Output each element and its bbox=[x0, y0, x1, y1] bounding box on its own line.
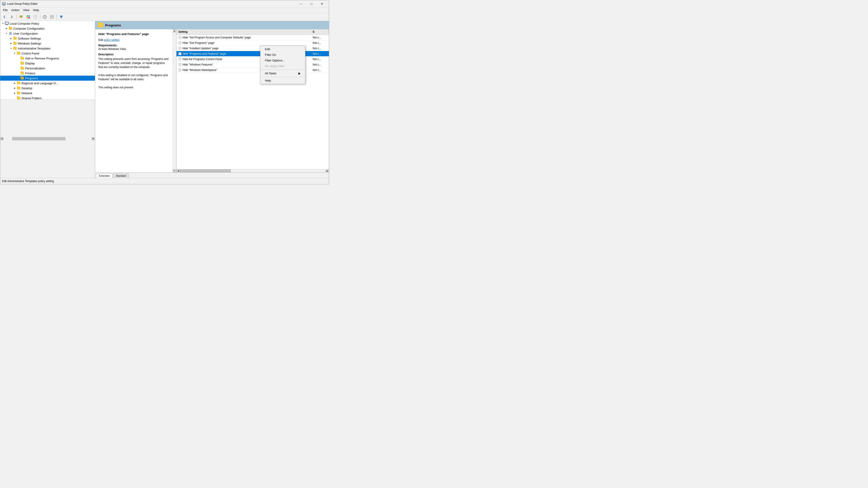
close-button[interactable]: ✕ bbox=[317, 0, 327, 7]
tree-item-admin-templates[interactable]: ▼ Administrative Templates bbox=[0, 46, 95, 51]
list-hscroll-left[interactable]: ◀ bbox=[177, 169, 180, 173]
status-cell-5: Not c... bbox=[311, 58, 329, 61]
expander-comp-config[interactable]: ▶ bbox=[5, 27, 8, 30]
folder-icon-network bbox=[17, 91, 21, 95]
expander-user-config[interactable]: ▼ bbox=[5, 32, 8, 35]
expander-admin-templates[interactable]: ▼ bbox=[9, 46, 13, 50]
tree-scroll[interactable]: ▼ Local Computer Policy ▶ bbox=[0, 21, 95, 99]
tree-hscroll[interactable]: ◀ ▶ bbox=[0, 99, 95, 178]
requirements-value: At least Windows Vista bbox=[98, 47, 173, 51]
svg-rect-6 bbox=[29, 15, 30, 17]
expander-local[interactable]: ▼ bbox=[1, 22, 5, 25]
list-item[interactable]: Hide "Set Program Access and Computer De… bbox=[177, 35, 329, 40]
up-button[interactable] bbox=[18, 14, 24, 20]
tree-item-programs[interactable]: Programs bbox=[0, 76, 95, 80]
col-header-status[interactable]: S bbox=[311, 29, 329, 35]
app-icon bbox=[2, 2, 6, 6]
col-header-setting[interactable]: Setting bbox=[177, 29, 311, 35]
desc-scrollbar[interactable]: ▲ ▼ bbox=[173, 29, 176, 172]
export-button[interactable] bbox=[32, 14, 39, 20]
tree-label-programs: Programs bbox=[25, 76, 38, 80]
maximize-button[interactable]: □ bbox=[306, 0, 317, 7]
folder-icon-control-panel bbox=[17, 51, 21, 55]
status-cell-4: Not c... bbox=[311, 52, 329, 55]
back-button[interactable] bbox=[1, 14, 8, 20]
tree-label-user-configuration: User Configuration bbox=[13, 32, 38, 35]
tree-item-control-panel[interactable]: ▼ Control Panel bbox=[0, 51, 95, 56]
folder-icon-personalization bbox=[20, 66, 24, 70]
menu-help[interactable]: Help bbox=[31, 8, 41, 12]
svg-rect-19 bbox=[5, 22, 8, 24]
list-hscroll-right[interactable]: ▶ bbox=[326, 169, 329, 173]
ctx-help[interactable]: Help bbox=[260, 78, 305, 84]
svg-rect-3 bbox=[3, 5, 5, 5]
minimize-button[interactable]: ─ bbox=[296, 0, 306, 7]
description-pane: ▲ ▼ Hide "Programs and Features" page Ed… bbox=[95, 29, 177, 172]
tree-item-user-configuration[interactable]: ▼ User Configuration bbox=[0, 31, 95, 36]
filter-button[interactable] bbox=[58, 14, 65, 20]
ctx-filter-on[interactable]: Filter On bbox=[260, 52, 305, 58]
list-item[interactable]: Hide "Get Programs" page Not c... bbox=[177, 40, 329, 46]
panel-header-title: Programs bbox=[105, 23, 121, 27]
forward-button[interactable] bbox=[8, 14, 15, 20]
bottom-tabs: Extended Standard bbox=[95, 172, 329, 178]
expander-network[interactable]: ▶ bbox=[13, 91, 17, 95]
tree-item-shared-folders[interactable]: Shared Folders bbox=[0, 96, 95, 99]
folder-icon-win-settings bbox=[13, 41, 17, 45]
tree-hscroll-right[interactable]: ▶ bbox=[92, 137, 95, 140]
tree-label-add-remove: Add or Remove Programs bbox=[25, 57, 59, 60]
folder-icon-software bbox=[13, 36, 17, 40]
desc-scroll-up-arrow[interactable]: ▲ bbox=[173, 29, 176, 33]
tree-item-personalization[interactable]: Personalization bbox=[0, 66, 95, 71]
expander-software[interactable]: ▶ bbox=[9, 37, 13, 40]
tree-label-windows-settings: Windows Settings bbox=[18, 42, 41, 45]
tree-item-computer-configuration[interactable]: ▶ Computer Configuration bbox=[0, 26, 95, 31]
help-button[interactable]: ? bbox=[41, 14, 48, 20]
menu-file[interactable]: File bbox=[1, 8, 9, 12]
tab-standard[interactable]: Standard bbox=[113, 173, 129, 178]
policy-setting-link[interactable]: policy setting bbox=[104, 38, 119, 41]
list-item[interactable]: Hide "Windows Marketplace" Not c... bbox=[177, 67, 329, 73]
expander-win-settings[interactable]: ▶ bbox=[9, 41, 13, 45]
tree-item-local-computer-policy[interactable]: ▼ Local Computer Policy bbox=[0, 21, 95, 26]
list-body: Hide "Set Program Access and Computer De… bbox=[177, 35, 329, 169]
list-item[interactable]: Hide "Installed Updates" page Not c... bbox=[177, 46, 329, 51]
expander-regional[interactable]: ▶ bbox=[13, 81, 17, 85]
list-hscroll-track[interactable] bbox=[180, 169, 326, 173]
ctx-all-tasks[interactable]: All Tasks ▶ bbox=[260, 70, 305, 76]
list-hscrollbar[interactable]: ◀ ▶ bbox=[177, 169, 329, 172]
tree-item-network[interactable]: ▶ Network bbox=[0, 91, 95, 96]
tab-extended[interactable]: Extended bbox=[96, 173, 112, 178]
status-cell-3: Not c... bbox=[311, 47, 329, 50]
list-item[interactable]: Hide "Windows Features" Not c... bbox=[177, 62, 329, 67]
status-text: Edit Administrative Templates policy set… bbox=[2, 180, 54, 183]
folder-icon-admin-templates bbox=[13, 46, 17, 51]
tree-item-printers[interactable]: Printers bbox=[0, 71, 95, 76]
context-menu: Edit Filter On Filter Options... Re-Appl… bbox=[260, 46, 305, 84]
menu-view[interactable]: View bbox=[21, 8, 31, 12]
expander-control-panel[interactable]: ▼ bbox=[13, 52, 17, 55]
list-item[interactable]: Hide the Programs Control Panel Not c... bbox=[177, 57, 329, 62]
tree-label-local-computer: Local Computer Policy bbox=[10, 22, 39, 25]
tree-item-software-settings[interactable]: ▶ Software Settings bbox=[0, 36, 95, 41]
properties-button[interactable] bbox=[49, 14, 55, 20]
desc-scroll-down-arrow[interactable]: ▼ bbox=[173, 169, 176, 172]
ctx-filter-options[interactable]: Filter Options... bbox=[260, 58, 305, 63]
status-bar: Edit Administrative Templates policy set… bbox=[0, 178, 329, 184]
tree-item-display[interactable]: Display bbox=[0, 61, 95, 66]
tree-hscroll-left[interactable]: ◀ bbox=[0, 137, 3, 140]
show-hide-button[interactable] bbox=[25, 14, 32, 20]
ctx-edit[interactable]: Edit bbox=[260, 46, 305, 52]
status-cell-1: Not c... bbox=[311, 36, 329, 39]
list-pane: Setting S Hide "Set Program Access and bbox=[177, 29, 329, 172]
svg-rect-1 bbox=[3, 3, 5, 4]
list-item-selected[interactable]: Hide "Programs and Features" page Not c.… bbox=[177, 51, 329, 57]
setting-cell-1: Hide "Set Program Access and Computer De… bbox=[177, 36, 311, 39]
main-content: ▼ Local Computer Policy ▶ bbox=[0, 21, 329, 178]
expander-desktop[interactable]: ▶ bbox=[13, 86, 17, 90]
tree-item-regional[interactable]: ▶ Regional and Language O... bbox=[0, 80, 95, 86]
menu-action[interactable]: Action bbox=[9, 8, 21, 12]
tree-item-desktop[interactable]: ▶ Desktop bbox=[0, 86, 95, 91]
tree-item-windows-settings[interactable]: ▶ Windows Settings bbox=[0, 41, 95, 46]
tree-item-add-remove[interactable]: Add or Remove Programs bbox=[0, 56, 95, 61]
